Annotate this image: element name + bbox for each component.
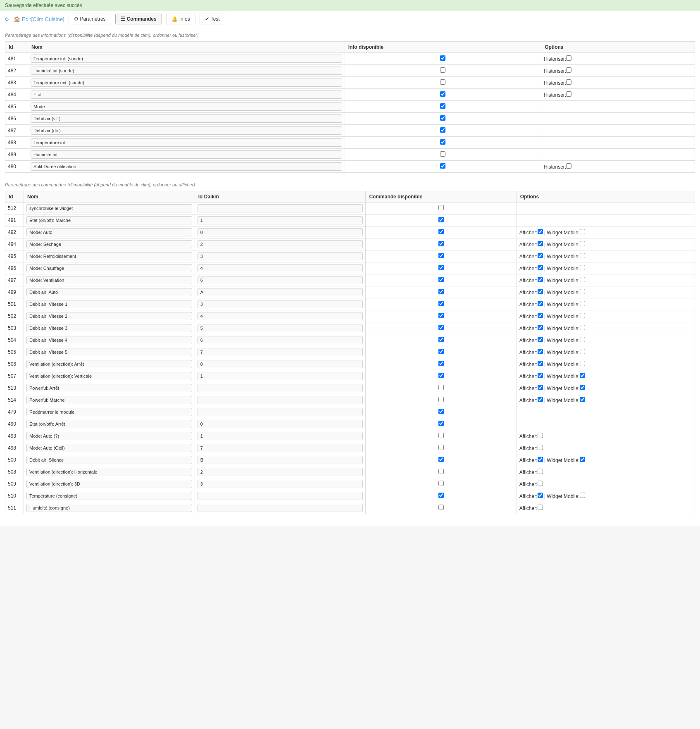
- cmd-daikin-input[interactable]: [198, 456, 363, 464]
- cmd-daikin-input[interactable]: [198, 384, 363, 392]
- cmd-available-checkbox[interactable]: [438, 241, 444, 246]
- afficher-checkbox[interactable]: [538, 385, 543, 390]
- afficher-checkbox[interactable]: [538, 313, 543, 318]
- cmd-available-checkbox[interactable]: [438, 229, 444, 234]
- widget-mobile-checkbox[interactable]: [580, 493, 585, 498]
- cmd-daikin-input[interactable]: [198, 432, 363, 440]
- cmd-nom-input[interactable]: [26, 216, 192, 224]
- cmd-nom-input[interactable]: [26, 204, 192, 212]
- cmd-daikin-input[interactable]: [198, 300, 363, 308]
- info-nom-input[interactable]: [31, 114, 342, 123]
- cmd-nom-input[interactable]: [26, 492, 192, 500]
- afficher-checkbox[interactable]: [538, 469, 543, 474]
- widget-mobile-checkbox[interactable]: [580, 301, 585, 306]
- cmd-daikin-input[interactable]: [198, 396, 363, 404]
- afficher-checkbox[interactable]: [538, 481, 543, 486]
- info-nom-input[interactable]: [31, 102, 342, 111]
- historiser-checkbox[interactable]: [566, 163, 571, 169]
- cmd-nom-input[interactable]: [26, 408, 192, 416]
- widget-mobile-checkbox[interactable]: [580, 325, 585, 330]
- info-available-checkbox[interactable]: [440, 67, 445, 73]
- afficher-checkbox[interactable]: [538, 373, 543, 378]
- cmd-nom-input[interactable]: [26, 264, 192, 272]
- widget-mobile-checkbox[interactable]: [580, 397, 585, 402]
- cmd-nom-input[interactable]: [26, 360, 192, 368]
- cmd-nom-input[interactable]: [26, 384, 192, 392]
- cmd-daikin-input[interactable]: [198, 348, 363, 356]
- info-available-checkbox[interactable]: [440, 79, 445, 85]
- cmd-available-checkbox[interactable]: [438, 313, 444, 318]
- cmd-available-checkbox[interactable]: [438, 445, 444, 450]
- afficher-checkbox[interactable]: [538, 253, 543, 258]
- cmd-nom-input[interactable]: [26, 348, 192, 356]
- info-available-checkbox[interactable]: [440, 91, 445, 97]
- cmd-daikin-input[interactable]: [198, 492, 363, 500]
- cmd-daikin-input[interactable]: [198, 504, 363, 512]
- afficher-checkbox[interactable]: [538, 433, 543, 438]
- cmd-daikin-input[interactable]: [198, 312, 363, 320]
- cmd-daikin-input[interactable]: [198, 204, 363, 212]
- afficher-checkbox[interactable]: [538, 457, 543, 462]
- cmd-nom-input[interactable]: [26, 444, 192, 452]
- cmd-nom-input[interactable]: [26, 288, 192, 296]
- cmd-daikin-input[interactable]: [198, 288, 363, 296]
- historiser-checkbox[interactable]: [566, 91, 571, 97]
- widget-mobile-checkbox[interactable]: [580, 229, 585, 234]
- cmd-available-checkbox[interactable]: [438, 385, 444, 390]
- afficher-checkbox[interactable]: [538, 289, 543, 294]
- widget-mobile-checkbox[interactable]: [580, 289, 585, 294]
- cmd-nom-input[interactable]: [26, 300, 192, 308]
- cmd-daikin-input[interactable]: [198, 228, 363, 236]
- afficher-checkbox[interactable]: [538, 493, 543, 498]
- afficher-checkbox[interactable]: [538, 229, 543, 234]
- cmd-available-checkbox[interactable]: [438, 421, 444, 426]
- info-nom-input[interactable]: [31, 138, 342, 147]
- cmd-daikin-input[interactable]: [198, 252, 363, 260]
- cmd-daikin-input[interactable]: [198, 276, 363, 284]
- cmd-available-checkbox[interactable]: [438, 481, 444, 486]
- cmd-nom-input[interactable]: [26, 252, 192, 260]
- cmd-available-checkbox[interactable]: [438, 505, 444, 510]
- cmd-nom-input[interactable]: [26, 228, 192, 236]
- cmd-nom-input[interactable]: [26, 480, 192, 488]
- cmd-available-checkbox[interactable]: [438, 277, 444, 282]
- info-nom-input[interactable]: [31, 79, 342, 87]
- info-available-checkbox[interactable]: [440, 115, 445, 121]
- cmd-nom-input[interactable]: [26, 468, 192, 476]
- cmd-nom-input[interactable]: [26, 456, 192, 464]
- info-nom-input[interactable]: [31, 55, 342, 63]
- cmd-available-checkbox[interactable]: [438, 373, 444, 378]
- widget-mobile-checkbox[interactable]: [580, 241, 585, 246]
- cmd-available-checkbox[interactable]: [438, 217, 444, 222]
- info-available-checkbox[interactable]: [440, 163, 445, 169]
- cmd-available-checkbox[interactable]: [438, 289, 444, 294]
- cmd-daikin-input[interactable]: [198, 468, 363, 476]
- cmd-daikin-input[interactable]: [198, 336, 363, 344]
- cmd-daikin-input[interactable]: [198, 372, 363, 380]
- afficher-checkbox[interactable]: [538, 397, 543, 402]
- cmd-nom-input[interactable]: [26, 504, 192, 512]
- afficher-checkbox[interactable]: [538, 277, 543, 282]
- cmd-available-checkbox[interactable]: [438, 325, 444, 330]
- cmd-available-checkbox[interactable]: [438, 349, 444, 354]
- info-available-checkbox[interactable]: [440, 139, 445, 145]
- afficher-checkbox[interactable]: [538, 349, 543, 354]
- info-available-checkbox[interactable]: [440, 103, 445, 109]
- cmd-available-checkbox[interactable]: [438, 397, 444, 402]
- tab-test[interactable]: ✔ Test: [200, 14, 225, 24]
- afficher-checkbox[interactable]: [538, 265, 543, 270]
- cmd-daikin-input[interactable]: [198, 420, 363, 428]
- info-nom-input[interactable]: [31, 150, 342, 159]
- cmd-daikin-input[interactable]: [198, 408, 363, 416]
- historiser-checkbox[interactable]: [566, 55, 571, 61]
- afficher-checkbox[interactable]: [538, 445, 543, 450]
- widget-mobile-checkbox[interactable]: [580, 277, 585, 282]
- widget-mobile-checkbox[interactable]: [580, 265, 585, 270]
- cmd-daikin-input[interactable]: [198, 264, 363, 272]
- widget-mobile-checkbox[interactable]: [580, 361, 585, 366]
- cmd-available-checkbox[interactable]: [438, 457, 444, 462]
- historiser-checkbox[interactable]: [566, 79, 571, 85]
- cmd-available-checkbox[interactable]: [438, 361, 444, 366]
- info-nom-input[interactable]: [31, 91, 342, 99]
- cmd-daikin-input[interactable]: [198, 240, 363, 248]
